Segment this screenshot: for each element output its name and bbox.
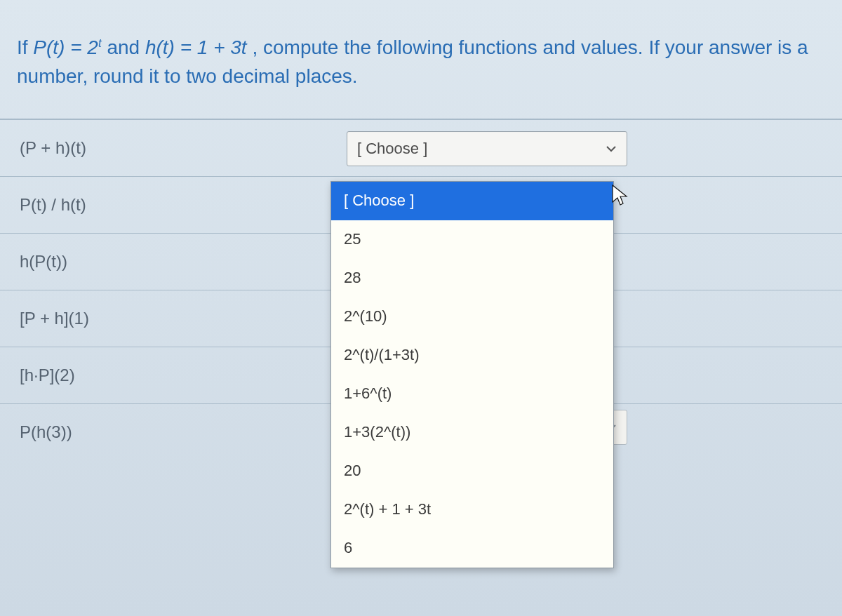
label-text: [h·P](2) xyxy=(20,366,75,385)
option-text: [ Choose ] xyxy=(344,192,414,209)
dropdown-option[interactable]: 2^(t)/(1+3t) xyxy=(331,336,613,375)
dropdown-option[interactable]: 25 xyxy=(331,220,613,259)
exp-t: t xyxy=(98,36,102,50)
dropdown-option[interactable]: 28 xyxy=(331,259,613,297)
select-placeholder: [ Choose ] xyxy=(357,140,427,158)
option-text: 6 xyxy=(344,539,352,556)
label-text: (P + h)(t) xyxy=(20,138,86,158)
option-text: 28 xyxy=(344,269,361,286)
option-text: 25 xyxy=(344,230,361,248)
dropdown-option-placeholder[interactable]: [ Choose ] xyxy=(331,182,613,220)
answer-select-1[interactable]: [ Choose ] xyxy=(347,131,627,166)
cursor-icon xyxy=(610,184,630,208)
dropdown-option[interactable]: 2^(10) xyxy=(331,297,613,336)
label-text: P(h(3)) xyxy=(20,422,72,442)
label-text: P(t) / h(t) xyxy=(20,195,86,215)
h-of-t: h(t) = 1 + 3t xyxy=(145,36,247,58)
dropdown-option[interactable]: 2^(t) + 1 + 3t xyxy=(331,490,613,529)
option-text: 2^(t) + 1 + 3t xyxy=(344,500,431,518)
dropdown-option[interactable]: 20 xyxy=(331,452,613,490)
question-prefix: If xyxy=(17,36,33,58)
option-text: 2^(t)/(1+3t) xyxy=(344,346,420,363)
quiz-page: If P(t) = 2t and h(t) = 1 + 3t , compute… xyxy=(0,0,842,616)
option-text: 1+6^(t) xyxy=(344,384,392,402)
and-text: and xyxy=(107,36,145,58)
dropdown-option[interactable]: 1+6^(t) xyxy=(331,375,613,413)
question-text: If P(t) = 2t and h(t) = 1 + 3t , compute… xyxy=(17,34,825,91)
label-text: h(P(t)) xyxy=(20,252,67,272)
option-text: 20 xyxy=(344,462,361,479)
dropdown-option[interactable]: 6 xyxy=(331,529,613,568)
answer-cell-1: [ Choose ] xyxy=(347,120,669,177)
p-of-t: P(t) = 2 xyxy=(33,36,98,58)
label-text: [P + h](1) xyxy=(20,309,89,328)
option-text: 2^(10) xyxy=(344,307,387,325)
chevron-down-icon xyxy=(606,145,617,153)
option-text: 1+3(2^(t)) xyxy=(344,423,410,441)
dropdown-menu[interactable]: [ Choose ] 25 28 2^(10) 2^(t)/(1+3t) 1+6… xyxy=(330,181,614,568)
dropdown-option[interactable]: 1+3(2^(t)) xyxy=(331,413,613,452)
